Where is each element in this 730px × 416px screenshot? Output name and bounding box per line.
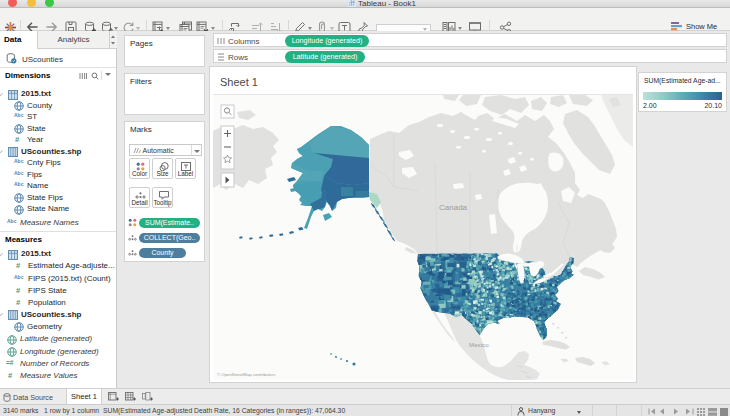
svg-text:Mexico: Mexico bbox=[469, 341, 489, 348]
svg-text:© OpenStreetMap contributors: © OpenStreetMap contributors bbox=[217, 372, 275, 377]
svg-text:Canada: Canada bbox=[439, 203, 468, 212]
